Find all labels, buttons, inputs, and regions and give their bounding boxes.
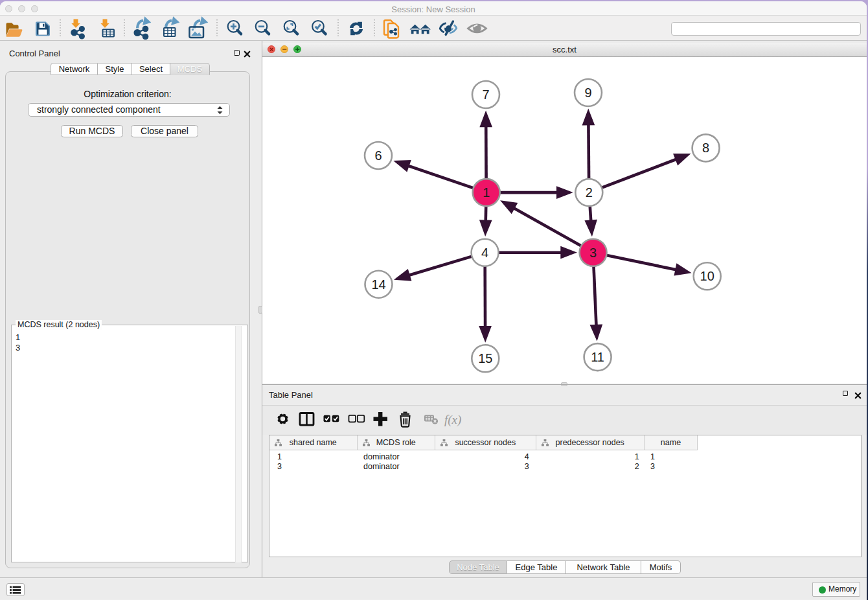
svg-text:15: 15 — [478, 351, 492, 365]
svg-text:3: 3 — [589, 246, 597, 260]
svg-text:9: 9 — [584, 86, 591, 100]
svg-text:2: 2 — [586, 185, 593, 200]
svg-text:6: 6 — [374, 148, 382, 163]
svg-text:10: 10 — [700, 269, 714, 283]
svg-text:1: 1 — [483, 185, 490, 200]
svg-text:8: 8 — [702, 141, 709, 155]
svg-text:7: 7 — [482, 87, 489, 102]
svg-text:4: 4 — [481, 246, 488, 260]
svg-text:f(x): f(x) — [444, 412, 461, 426]
svg-text:11: 11 — [591, 350, 604, 364]
svg-text:14: 14 — [371, 277, 385, 292]
